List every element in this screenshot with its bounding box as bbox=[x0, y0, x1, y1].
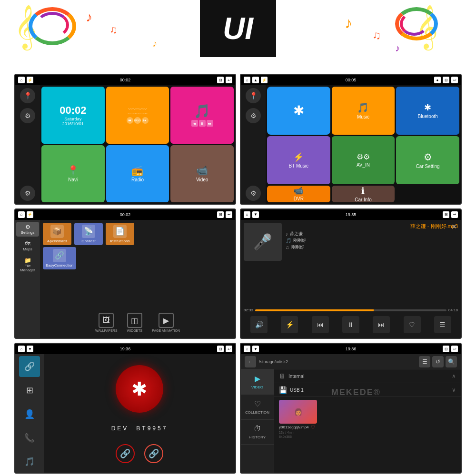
widgets-btn[interactable]: ◫ WIDGETS bbox=[127, 313, 143, 332]
screen2-back-icon: ↩ bbox=[451, 77, 458, 83]
file-search-btn[interactable]: 🔍 bbox=[446, 356, 457, 367]
video-label: Video bbox=[196, 177, 208, 182]
radio-label-tile[interactable]: 📻 Radio bbox=[106, 145, 169, 202]
file-body: ▶ VIDEO ♡ COLLECTION ⏱ HISTORY bbox=[241, 369, 461, 473]
bt-music-btn[interactable]: 🎵 bbox=[19, 451, 40, 472]
screen6-bt-icon: ▼ bbox=[252, 346, 259, 352]
page-animation-btn[interactable]: ▶ PAGE ANIMATION bbox=[152, 313, 180, 332]
instructions-item[interactable]: 📄 Instructions bbox=[106, 223, 134, 245]
sidebar-maps-item[interactable]: 🗺 Maps bbox=[16, 238, 39, 253]
artist-name: 薛之谦 bbox=[290, 231, 303, 237]
screen2-bt-icon: ▲ bbox=[252, 77, 259, 83]
screen5-time: 19:36 bbox=[120, 347, 131, 351]
video-duration: 13s / 4min bbox=[279, 431, 456, 434]
sidebar-settings-icon[interactable]: ⚙ bbox=[20, 108, 35, 123]
bt-phone-btn[interactable]: 📞 bbox=[19, 427, 40, 448]
screen3-main: 📦 ApkInstaller 📡 GpsTest 📄 Instructions … bbox=[40, 220, 235, 338]
file-path: /storage/udisk2 bbox=[259, 359, 416, 364]
wallpapers-label: WALLPAPERS bbox=[95, 329, 118, 332]
folder-internal-label: Internal bbox=[288, 374, 304, 379]
gpstest-item[interactable]: 📡 GpsTest bbox=[74, 223, 103, 245]
bluetooth-label-tile[interactable]: ✱ Bluetooth bbox=[396, 87, 459, 135]
sidebar-location-icon[interactable]: 📍 bbox=[20, 88, 35, 103]
car-setting-tile[interactable]: ⚙ Car Setting bbox=[396, 136, 459, 184]
volume-btn[interactable]: 🔊 bbox=[250, 316, 268, 333]
screen3-sidebar: ⚙ Settings 🗺 Maps 📁 File Manager bbox=[15, 220, 40, 338]
music-play[interactable]: ⏸ bbox=[199, 120, 206, 127]
car-info-tile[interactable]: ℹ Car Info bbox=[332, 186, 395, 202]
car-setting-label: Car Setting bbox=[416, 164, 440, 169]
playlist-btn[interactable]: ☰ bbox=[434, 316, 451, 333]
screen2-charge-icon: ⚡ bbox=[261, 77, 268, 83]
video-filename: y0011egqqlv.mp4 bbox=[279, 425, 309, 429]
bt-disconnect-btn[interactable]: 🔗 bbox=[144, 444, 163, 463]
bluetooth-label: Bluetooth bbox=[418, 114, 438, 119]
play-pause-btn[interactable]: ⏸ bbox=[342, 316, 359, 333]
music-tile[interactable]: 🎵 ⏮ ⏸ ⏭ bbox=[170, 87, 234, 144]
video-file-item: 👩 y0011egqqlv.mp4 ♡ 13s / 4min 640x366 bbox=[274, 397, 461, 441]
screen3-bt-icon: ⚡ bbox=[27, 211, 33, 218]
like-btn[interactable]: ♡ bbox=[404, 316, 421, 333]
wallpapers-btn[interactable]: 🖼 WALLPAPERS bbox=[95, 313, 118, 332]
radio-band[interactable]: BAND bbox=[134, 117, 141, 124]
bt-person-btn[interactable]: 👤 bbox=[19, 404, 40, 425]
screen3-back-icon: ↩ bbox=[226, 211, 232, 218]
bt-device-info: DEV BT9957 bbox=[111, 425, 168, 432]
dvr-tile[interactable]: 📹 DVR bbox=[267, 186, 330, 202]
bluetooth-tile[interactable]: ✱ bbox=[267, 87, 330, 135]
bt-music-label: BT Music bbox=[289, 163, 309, 169]
easyconnection-item[interactable]: 🔗 EasyConnection bbox=[43, 247, 76, 269]
screen4-back-icon: ↩ bbox=[451, 211, 458, 218]
bt-grid-btn[interactable]: ⊞ bbox=[19, 380, 40, 401]
screen4-body: 🎤 薛之谦 - 刚刚好.mp3 ♪ 薛之谦 🎵 刚刚好 ♫ 刚刚好 bbox=[241, 220, 461, 338]
file-cat-collection[interactable]: ♡ COLLECTION bbox=[241, 395, 274, 420]
video-thumbnail[interactable]: 👩 bbox=[279, 400, 317, 424]
watermark: MEKEDE® bbox=[331, 387, 381, 397]
file-refresh-btn[interactable]: ↺ bbox=[432, 356, 444, 367]
folder-usb1-toggle[interactable]: ∨ bbox=[452, 387, 456, 393]
bt-icon-circle: ✱ bbox=[116, 365, 163, 413]
bt-device-name: BT9957 bbox=[136, 425, 168, 432]
equalizer-btn[interactable]: ⚡ bbox=[281, 316, 298, 333]
progress-track[interactable] bbox=[255, 309, 446, 311]
video-heart-icon[interactable]: ♡ bbox=[311, 425, 315, 430]
music-next[interactable]: ⏭ bbox=[207, 120, 213, 127]
screen1-sidebar: 📍 ⚙ ⚙ bbox=[15, 85, 40, 204]
bt-link-btn[interactable]: 🔗 bbox=[19, 356, 40, 377]
folder-usb1-label: USB 1 bbox=[290, 387, 304, 393]
radio-prev[interactable]: ⏮ bbox=[127, 117, 133, 124]
radio-controls: ⏮ BAND ⏭ bbox=[127, 117, 149, 124]
music-prev[interactable]: ⏮ bbox=[191, 120, 198, 127]
bt-connect-btn[interactable]: 🔗 bbox=[116, 444, 135, 463]
file-cat-collection-label: COLLECTION bbox=[245, 410, 269, 415]
prev-btn[interactable]: ⏮ bbox=[312, 316, 329, 333]
file-back-btn[interactable]: ← bbox=[245, 356, 256, 367]
bt-music-tile[interactable]: ⚡ BT Music bbox=[267, 136, 330, 184]
screen2-location-icon[interactable]: 📍 bbox=[246, 88, 261, 103]
sidebar-filemanager-item[interactable]: 📁 File Manager bbox=[16, 255, 39, 274]
apkinstaller-item[interactable]: 📦 ApkInstaller bbox=[43, 223, 71, 245]
folder-internal[interactable]: 🖥 Internal ∧ bbox=[274, 369, 461, 383]
radio-tile[interactable]: 〰〰〰〰 〰〰〰〰〰〰 ⏮ BAND ⏭ bbox=[106, 87, 169, 144]
file-cat-video[interactable]: ▶ VIDEO bbox=[241, 369, 274, 395]
music-close-btn[interactable]: ✕ bbox=[451, 223, 457, 230]
next-btn[interactable]: ⏭ bbox=[373, 316, 390, 333]
file-nav-bar: ← /storage/udisk2 ☰ ↺ 🔍 bbox=[241, 354, 461, 369]
progress-bar-container: 02:33 04:10 bbox=[244, 306, 458, 314]
sidebar-gear-icon[interactable]: ⚙ bbox=[20, 186, 35, 201]
music-app-tile[interactable]: 🎵 Music bbox=[332, 87, 395, 135]
folder-internal-toggle[interactable]: ∧ bbox=[452, 373, 456, 379]
clock-tile[interactable]: 00:02 Saturday 2016/10/01 bbox=[41, 87, 105, 144]
screen6-time: 19:36 bbox=[346, 347, 357, 351]
sidebar-settings-item[interactable]: ⚙ Settings bbox=[16, 222, 39, 237]
file-filter-btn[interactable]: ☰ bbox=[419, 356, 430, 367]
screen2-settings-icon[interactable]: ⚙ bbox=[246, 108, 261, 123]
music-info: 薛之谦 - 刚刚好.mp3 ♪ 薛之谦 🎵 刚刚好 ♫ 刚刚好 bbox=[286, 223, 458, 307]
navi-tile[interactable]: 📍 Navi bbox=[41, 145, 105, 202]
file-cat-history[interactable]: ⏱ HISTORY bbox=[241, 420, 274, 445]
video-tile[interactable]: 📹 Video bbox=[170, 145, 234, 202]
radio-next[interactable]: ⏭ bbox=[142, 117, 149, 124]
screen2-gear-icon[interactable]: ⚙ bbox=[246, 186, 261, 201]
screen4-home-icon: ⌂ bbox=[244, 211, 250, 218]
avin-tile[interactable]: ⚙⚙ AV_IN bbox=[332, 136, 395, 184]
